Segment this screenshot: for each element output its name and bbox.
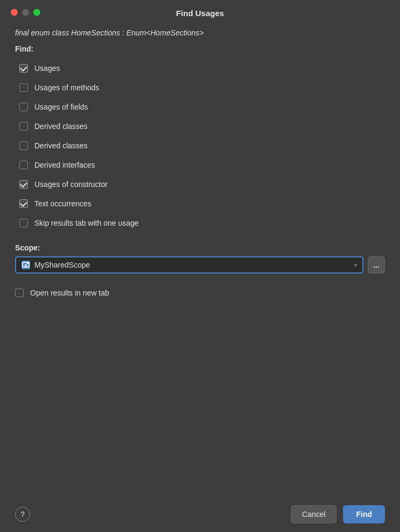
checkbox-usages-fields[interactable]: Usages of fields — [15, 97, 385, 117]
checkbox-derived-classes-1-label: Derived classes — [34, 122, 88, 131]
checkbox-usages-constructor-label: Usages of constructor — [34, 180, 108, 189]
checkbox-usages-label: Usages — [34, 64, 60, 73]
checkbox-usages-methods-label: Usages of methods — [34, 83, 99, 92]
checkbox-usages-constructor[interactable]: Usages of constructor — [15, 175, 385, 194]
checkbox-derived-interfaces-box — [19, 161, 28, 169]
checkbox-usages-methods[interactable]: Usages of methods — [15, 78, 385, 97]
class-name-label: final enum class HomeSections : Enum<Hom… — [15, 28, 385, 37]
checkbox-derived-classes-2[interactable]: Derived classes — [15, 136, 385, 155]
scope-row: MySharedScope ▾ ... — [15, 256, 385, 274]
scope-dropdown[interactable]: MySharedScope ▾ — [15, 256, 363, 274]
checkbox-usages-fields-box — [19, 103, 28, 111]
scope-label: Scope: — [15, 243, 385, 252]
checkbox-usages-constructor-box — [19, 180, 28, 189]
open-new-tab-row[interactable]: Open results in new tab — [15, 284, 385, 301]
checkbox-list: Usages Usages of methods Usages of field… — [15, 59, 385, 233]
scope-icon — [22, 261, 30, 269]
footer: ? Cancel Find — [0, 497, 400, 532]
checkbox-usages-fields-label: Usages of fields — [34, 103, 88, 111]
checkbox-derived-classes-1-box — [19, 122, 28, 131]
window-controls — [11, 9, 40, 16]
chevron-down-icon: ▾ — [354, 262, 357, 268]
close-button[interactable] — [11, 9, 18, 16]
checkbox-derived-interfaces-label: Derived interfaces — [34, 161, 95, 169]
checkbox-usages-box — [19, 64, 28, 73]
checkbox-skip-results-box — [19, 219, 28, 227]
open-new-tab-label: Open results in new tab — [30, 289, 109, 297]
checkbox-derived-classes-2-box — [19, 141, 28, 150]
find-button[interactable]: Find — [343, 505, 385, 523]
checkbox-derived-classes-1[interactable]: Derived classes — [15, 117, 385, 136]
footer-buttons: Cancel Find — [291, 505, 385, 523]
scope-more-button[interactable]: ... — [368, 256, 385, 274]
checkbox-skip-results-label: Skip results tab with one usage — [34, 219, 139, 227]
dialog-title: Find Usages — [176, 9, 224, 18]
find-usages-dialog: Find Usages final enum class HomeSection… — [0, 0, 400, 532]
cancel-button[interactable]: Cancel — [291, 505, 337, 523]
checkbox-text-occurrences-label: Text occurrences — [34, 199, 91, 208]
find-section-label: Find: — [15, 45, 385, 53]
svg-point-1 — [25, 264, 27, 265]
checkbox-usages[interactable]: Usages — [15, 59, 385, 78]
title-bar: Find Usages — [0, 0, 400, 24]
checkbox-derived-classes-2-label: Derived classes — [34, 141, 88, 150]
checkbox-derived-interfaces[interactable]: Derived interfaces — [15, 155, 385, 175]
scope-dropdown-left: MySharedScope — [22, 261, 90, 269]
minimize-button[interactable] — [22, 9, 29, 16]
checkbox-skip-results[interactable]: Skip results tab with one usage — [15, 213, 385, 233]
scope-selected-value: MySharedScope — [34, 261, 90, 269]
maximize-button[interactable] — [33, 9, 40, 16]
open-new-tab-checkbox — [15, 289, 24, 297]
scope-section: Scope: MySharedScope ▾ — [15, 243, 385, 274]
checkbox-text-occurrences-box — [19, 199, 28, 208]
dialog-content: final enum class HomeSections : Enum<Hom… — [0, 24, 400, 497]
checkbox-usages-methods-box — [19, 83, 28, 92]
help-button[interactable]: ? — [15, 507, 30, 522]
svg-rect-0 — [23, 262, 29, 267]
checkbox-text-occurrences[interactable]: Text occurrences — [15, 194, 385, 213]
